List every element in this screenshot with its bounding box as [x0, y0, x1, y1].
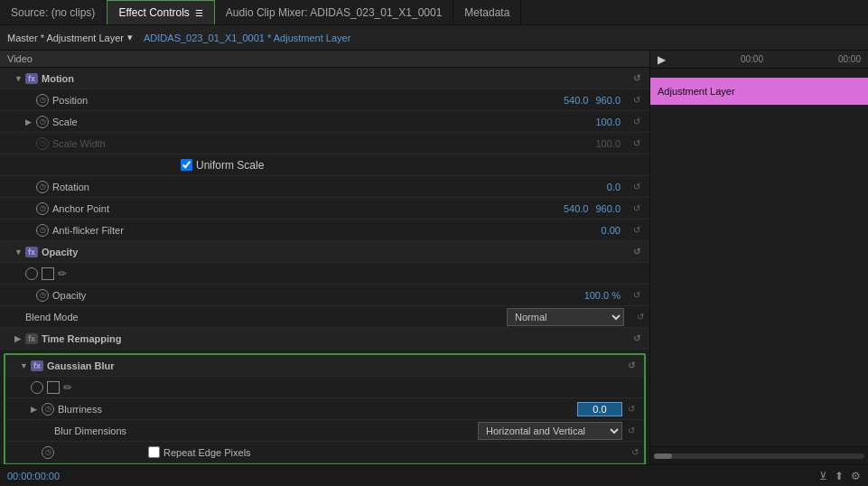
anchor-reset[interactable]: ↺ [630, 201, 644, 216]
tab-metadata[interactable]: Metadata [453, 0, 521, 24]
opacity-expand[interactable]: ▼ [14, 248, 25, 257]
timeline-content: Adjustment Layer [650, 69, 868, 446]
repeat-edge-checkbox[interactable] [148, 446, 160, 458]
export-icon[interactable]: ⬆ [835, 470, 844, 482]
scale-expand[interactable]: ▶ [25, 117, 36, 126]
gaussian-pen-icon[interactable]: ✏ [63, 381, 72, 394]
timeline-scrollbar-thumb[interactable] [654, 453, 672, 459]
scale-stopwatch[interactable]: ◷ [36, 116, 49, 128]
scale-reset[interactable]: ↺ [630, 115, 644, 129]
blend-mode-select[interactable]: Normal Dissolve Multiply Screen Overlay [507, 308, 624, 326]
gaussian-circle-icon[interactable] [31, 381, 43, 394]
scale-value[interactable]: 100.0 [595, 117, 621, 127]
timeline-play-btn[interactable]: ▶ [658, 53, 666, 66]
blurriness-row: ▶ ◷ Blurriness ↺ [5, 398, 644, 420]
motion-reset[interactable]: ↺ [630, 71, 644, 86]
blurriness-expand[interactable]: ▶ [31, 405, 42, 414]
time-remapping-label: Time Remapping [42, 333, 628, 344]
opacity-value-row: ◷ Opacity 100.0 % ↺ [0, 285, 649, 306]
position-reset[interactable]: ↺ [630, 93, 644, 107]
position-label: Position [52, 95, 564, 106]
breadcrumb-dropdown-btn[interactable]: ▾ [127, 32, 133, 43]
rotation-stopwatch[interactable]: ◷ [36, 181, 49, 193]
timeline-scrollbar[interactable] [654, 453, 864, 459]
repeat-edge-label: Repeat Edge Pixels [163, 447, 251, 458]
blurriness-input[interactable] [577, 402, 622, 416]
gaussian-expand[interactable]: ▼ [20, 361, 31, 370]
opacity-reset[interactable]: ↺ [630, 288, 644, 303]
blur-dim-reset[interactable]: ↺ [624, 424, 639, 438]
position-row: ◷ Position 540.0 960.0 ↺ [0, 89, 649, 111]
timeline-adjustment-layer-bar[interactable]: Adjustment Layer [650, 78, 868, 105]
opacity-group-row: ▼ fx Opacity ↺ [0, 241, 649, 263]
scale-width-stopwatch: ◷ [36, 137, 49, 150]
anti-flicker-row: ◷ Anti-flicker Filter 0.00 ↺ [0, 220, 649, 241]
uniform-scale-checkbox[interactable] [181, 159, 192, 171]
tab-bar: Source: (no clips) Effect Controls ☰ Aud… [0, 0, 868, 25]
breadcrumb-sequence[interactable]: ADIDAS_023_01_X1_0001 * Adjustment Layer [144, 33, 350, 43]
opacity-square-icon[interactable] [42, 267, 54, 280]
blurriness-stopwatch[interactable]: ◷ [42, 403, 54, 416]
blurriness-reset[interactable]: ↺ [624, 402, 639, 416]
motion-group-row: ▼ fx Motion ↺ [0, 68, 649, 89]
blend-mode-reset[interactable]: ↺ [633, 310, 648, 324]
anti-flicker-reset[interactable]: ↺ [630, 223, 644, 238]
filter-icon[interactable]: ⊻ [819, 470, 827, 482]
scale-width-row: ◷ Scale Width 100.0 ↺ [0, 133, 649, 154]
opacity-pen-icon[interactable]: ✏ [58, 267, 67, 280]
repeat-edge-reset[interactable]: ↺ [628, 445, 642, 460]
motion-expand[interactable]: ▼ [14, 74, 25, 83]
properties-list: ▼ fx Motion ↺ ◷ Position 540.0 960.0 [0, 68, 649, 464]
rotation-value[interactable]: 0.0 [607, 182, 621, 192]
tab-menu-icon[interactable]: ☰ [195, 8, 203, 18]
opacity-group-reset[interactable]: ↺ [630, 245, 644, 259]
timeline-panel: ▶ 00:00 00:00 Adjustment Layer [650, 51, 868, 464]
anchor-point-row: ◷ Anchor Point 540.0 960.0 ↺ [0, 198, 649, 220]
blurriness-label: Blurriness [58, 404, 577, 415]
blur-dimensions-select[interactable]: Horizontal and Vertical Horizontal Verti… [478, 422, 622, 440]
anchor-x-value[interactable]: 540.0 [564, 203, 589, 214]
tab-audio-label: Audio Clip Mixer: ADIDAS_023_01_X1_0001 [226, 6, 442, 19]
opacity-circle-icon[interactable] [25, 267, 38, 280]
position-stopwatch[interactable]: ◷ [36, 94, 49, 107]
anchor-stopwatch[interactable]: ◷ [36, 202, 49, 215]
timecode-display: 00:00:00:00 [7, 471, 60, 481]
time-remapping-fx-badge: fx [25, 333, 38, 344]
video-label: Video [7, 53, 33, 64]
settings-icon[interactable]: ⚙ [851, 470, 861, 482]
opacity-value[interactable]: 100.0 % [584, 290, 621, 301]
tab-audio-clip-mixer[interactable]: Audio Clip Mixer: ADIDAS_023_01_X1_0001 [215, 0, 453, 24]
tab-source[interactable]: Source: (no clips) [0, 0, 107, 24]
blur-dimensions-row: Blur Dimensions Horizontal and Vertical … [5, 420, 644, 442]
repeat-stopwatch[interactable]: ◷ [42, 446, 54, 459]
position-x-value[interactable]: 540.0 [564, 95, 589, 106]
timeline-bar-label: Adjustment Layer [658, 86, 735, 97]
bottom-bar: 00:00:00:00 ⊻ ⬆ ⚙ [0, 464, 868, 486]
anti-flicker-stopwatch[interactable]: ◷ [36, 224, 49, 237]
rotation-reset[interactable]: ↺ [630, 180, 644, 194]
breadcrumb-master: Master * Adjustment Layer [7, 33, 124, 43]
gaussian-square-icon[interactable] [47, 381, 60, 394]
gaussian-reset[interactable]: ↺ [624, 359, 639, 373]
time-remapping-reset[interactable]: ↺ [630, 332, 644, 346]
opacity-fx-badge: fx [25, 247, 38, 257]
anti-flicker-label: Anti-flicker Filter [52, 225, 602, 236]
position-y-value[interactable]: 960.0 [595, 95, 621, 106]
anchor-y-value[interactable]: 960.0 [595, 203, 621, 214]
repeat-edge-row: ◷ Repeat Edge Pixels ↺ [5, 442, 644, 463]
anti-flicker-value[interactable]: 0.00 [602, 225, 621, 236]
scale-width-value: 100.0 [595, 138, 621, 149]
scale-width-reset[interactable]: ↺ [630, 136, 644, 151]
time-remapping-expand[interactable]: ▶ [14, 334, 25, 343]
gaussian-blur-section: ▼ fx Gaussian Blur ↺ ✏ [4, 353, 646, 464]
timeline-time-end: 00:00 [838, 54, 861, 64]
opacity-stopwatch[interactable]: ◷ [36, 289, 49, 302]
tab-effect-controls[interactable]: Effect Controls ☰ [107, 0, 214, 24]
tab-metadata-label: Metadata [464, 6, 509, 19]
gaussian-fx-badge: fx [31, 360, 43, 371]
gaussian-blur-group-row: ▼ fx Gaussian Blur ↺ [5, 355, 644, 377]
motion-label: Motion [42, 73, 628, 84]
gaussian-blur-label: Gaussian Blur [47, 360, 622, 371]
timeline-ruler: ▶ 00:00 00:00 [650, 51, 868, 69]
opacity-icons-row: ✏ [0, 263, 649, 285]
